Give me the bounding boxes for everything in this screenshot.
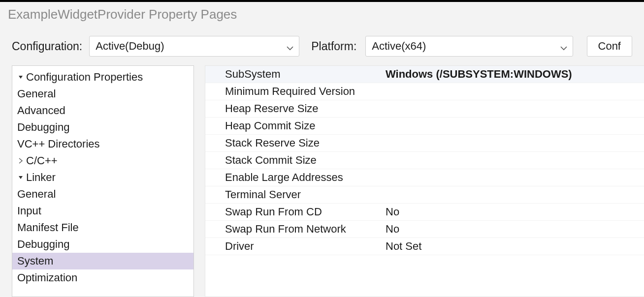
tree-node-linker[interactable]: Linker [12,169,193,186]
grid-row-name: Minimum Required Version [205,85,383,98]
tree-node-general[interactable]: General [12,86,193,102]
caret-down-icon [17,74,24,81]
property-pages-window: ExampleWidgetProvider Property Pages Con… [0,0,644,297]
chevron-down-icon [286,42,294,50]
grid-row[interactable]: Driver Not Set [205,238,644,255]
tree-node-label: Configuration Properties [26,71,143,84]
tree-node-label: Advanced [17,104,65,117]
tree-node-linker-system[interactable]: System [12,253,193,269]
chevron-down-icon [560,42,568,50]
tree-node-linker-optimization[interactable]: Optimization [12,269,193,286]
tree-node-label: C/C++ [26,154,58,167]
platform-dropdown-value: Active(x64) [372,40,426,53]
grid-row-name: Enable Large Addresses [205,171,383,184]
platform-dropdown[interactable]: Active(x64) [365,36,573,57]
tree-node-linker-debugging[interactable]: Debugging [12,236,193,253]
body: Configuration Properties General Advance… [0,65,644,297]
caret-down-icon [17,174,24,181]
grid-row[interactable]: Enable Large Addresses [205,169,644,186]
grid-row[interactable]: Stack Reserve Size [205,135,644,152]
grid-row-name: Terminal Server [205,188,383,201]
configuration-dropdown[interactable]: Active(Debug) [89,36,299,57]
configuration-manager-button[interactable]: Conf [587,36,632,57]
tree-node-label: General [17,188,56,201]
tree-node-linker-manifest-file[interactable]: Manifest File [12,219,193,236]
grid-row[interactable]: Heap Reserve Size [205,100,644,118]
configuration-manager-label: Conf [598,40,621,53]
tree-node-configuration-properties[interactable]: Configuration Properties [12,69,193,86]
grid-row[interactable]: Swap Run From Network No [205,221,644,238]
grid-row-name: Heap Reserve Size [205,102,383,115]
tree-node-label: System [17,255,53,267]
tree-node-label: Debugging [17,121,69,134]
tree-panel: Configuration Properties General Advance… [12,65,194,297]
tree-node-label: Linker [26,171,56,184]
tree-node-label: Manifest File [17,221,79,234]
tree-node-linker-input[interactable]: Input [12,203,193,219]
grid-row-name: Swap Run From Network [205,223,383,236]
platform-label: Platform: [311,40,356,53]
tree-node-label: Input [17,205,41,217]
grid-row-value[interactable]: Not Set [383,240,644,253]
property-grid: SubSystem Windows (/SUBSYSTEM:WINDOWS) M… [205,65,644,297]
tree-node-label: Debugging [17,238,69,251]
grid-row-name: Stack Commit Size [205,154,383,167]
grid-row[interactable]: Minimum Required Version [205,83,644,100]
tree-node-label: VC++ Directories [17,138,100,150]
grid-row[interactable]: Stack Commit Size [205,152,644,169]
window-title: ExampleWidgetProvider Property Pages [0,0,644,29]
configuration-label: Configuration: [12,40,82,53]
grid-row-name: Stack Reserve Size [205,137,383,149]
grid-row[interactable]: Terminal Server [205,186,644,204]
tree-node-linker-general[interactable]: General [12,186,193,203]
grid-row-name: Heap Commit Size [205,119,383,132]
tree-node-advanced[interactable]: Advanced [12,102,193,119]
grid-row-name: Driver [205,240,383,253]
grid-row[interactable]: SubSystem Windows (/SUBSYSTEM:WINDOWS) [205,66,644,83]
tree-node-vcpp-directories[interactable]: VC++ Directories [12,136,193,152]
config-toolbar: Configuration: Active(Debug) Platform: A… [0,29,644,65]
grid-row-value[interactable]: No [383,223,644,236]
caret-right-icon [17,157,24,164]
tree-node-label: General [17,88,56,100]
grid-row[interactable]: Heap Commit Size [205,118,644,135]
grid-row-value[interactable]: No [383,206,644,218]
grid-row-value[interactable]: Windows (/SUBSYSTEM:WINDOWS) [383,68,644,81]
grid-row-name: SubSystem [205,68,383,81]
grid-row-name: Swap Run From CD [205,206,383,218]
grid-row[interactable]: Swap Run From CD No [205,204,644,221]
tree-node-debugging[interactable]: Debugging [12,119,193,136]
tree-node-c-cpp[interactable]: C/C++ [12,152,193,169]
configuration-dropdown-value: Active(Debug) [96,40,164,53]
tree-node-label: Optimization [17,271,77,284]
